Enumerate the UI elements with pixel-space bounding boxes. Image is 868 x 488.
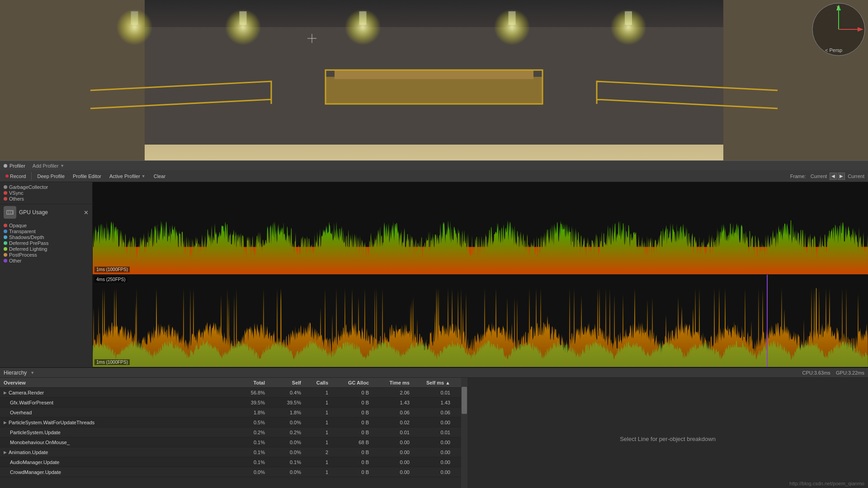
cpu-legend: GarbageCollector VSync Others bbox=[0, 182, 92, 204]
expand-arrow-icon[interactable]: ▶ bbox=[4, 450, 7, 455]
row-gc_alloc: 0 B bbox=[330, 410, 371, 415]
legend-dot-deferred-prepass bbox=[4, 241, 7, 245]
active-profiler-button[interactable]: Active Profiler ▼ bbox=[106, 172, 149, 181]
record-button[interactable]: Record bbox=[2, 172, 29, 181]
gpu-chart-label-bottom: 1ms (1000FPS) bbox=[94, 359, 130, 365]
current-label: Current bbox=[809, 174, 829, 179]
row-time_ms: 0.00 bbox=[371, 450, 411, 455]
gpu-panel-header: GPU Usage ✕ bbox=[0, 204, 92, 221]
profiler-dot bbox=[4, 164, 7, 168]
select-line-text: Select Line for per-object breakdown bbox=[620, 436, 716, 442]
right-info-panel: Select Line for per-object breakdown bbox=[467, 378, 868, 488]
row-name: Gfx.WaitForPresent bbox=[10, 400, 53, 405]
table-row[interactable]: AudioManager.Update0.1%0.1%10 B0.000.00 bbox=[0, 457, 461, 467]
profile-editor-button[interactable]: Profile Editor bbox=[69, 172, 105, 181]
deep-profile-button[interactable]: Deep Profile bbox=[33, 172, 68, 181]
row-total: 0.5% bbox=[231, 420, 267, 425]
expand-arrow-icon[interactable]: ▶ bbox=[4, 420, 7, 425]
add-profiler-arrow[interactable]: ▼ bbox=[60, 164, 64, 168]
table-row[interactable]: Gfx.WaitForPresent39.5%39.5%10 B1.431.43 bbox=[0, 398, 461, 408]
legend-garbagecollector: GarbageCollector bbox=[4, 184, 89, 190]
table-row[interactable]: Monobehaviour.OnMouse_0.1%0.0%168 B0.000… bbox=[0, 437, 461, 447]
row-time_ms: 0.00 bbox=[371, 460, 411, 465]
clear-button[interactable]: Clear bbox=[150, 172, 169, 181]
row-total: 0.1% bbox=[231, 440, 267, 445]
current2-label: Current bbox=[846, 174, 866, 179]
bottom-toolbar: Hierarchy ▼ CPU:3.63ms GPU:3.22ms bbox=[0, 368, 868, 378]
row-self: 0.0% bbox=[267, 469, 303, 475]
row-calls: 1 bbox=[303, 410, 330, 415]
legend-dot-gc bbox=[4, 185, 7, 189]
table-scrollbar[interactable] bbox=[461, 378, 467, 488]
active-profiler-label: Active Profiler bbox=[109, 174, 140, 179]
legend-label-gc: GarbageCollector bbox=[9, 184, 48, 190]
row-self: 0.2% bbox=[267, 430, 303, 435]
row-gc_alloc: 0 B bbox=[330, 420, 371, 425]
profiler-title: Profiler bbox=[9, 163, 25, 169]
gpu-icon bbox=[4, 206, 16, 219]
legend-vsync: VSync bbox=[4, 190, 89, 196]
row-total: 0.1% bbox=[231, 450, 267, 455]
legend-dot-other bbox=[4, 259, 7, 263]
col-header-gc-alloc: GC Alloc bbox=[330, 380, 371, 385]
row-self_ms: 0.00 bbox=[411, 450, 452, 455]
next-frame-button[interactable]: ▶ bbox=[838, 173, 845, 180]
row-self: 0.0% bbox=[267, 440, 303, 445]
table-row[interactable]: ▶ParticleSystem.WaitForUpdateThreads0.5%… bbox=[0, 418, 461, 427]
legend-postprocess: PostProcess bbox=[4, 252, 89, 258]
row-name: AudioManager.Update bbox=[10, 460, 59, 465]
cpu-chart-label: 1ms (1000FPS) bbox=[94, 267, 130, 272]
gpu-usage-title: GPU Usage bbox=[19, 209, 48, 216]
legend-label-shadows: Shadows/Depth bbox=[9, 235, 44, 240]
col-header-self-ms: Self ms ▲ bbox=[411, 380, 452, 385]
legend-label-other: Other bbox=[9, 258, 22, 263]
row-self: 0.0% bbox=[267, 420, 303, 425]
row-gc_alloc: 0 B bbox=[330, 450, 371, 455]
legend-shadows: Shadows/Depth bbox=[4, 235, 89, 240]
col-header-total: Total bbox=[231, 380, 267, 385]
gpu-chart-label-top: 4ms (250FPS) bbox=[94, 277, 127, 282]
row-self: 0.0% bbox=[267, 450, 303, 455]
row-name: Camera.Render bbox=[9, 390, 44, 395]
row-total: 0.2% bbox=[231, 430, 267, 435]
col-header-calls: Calls bbox=[303, 380, 330, 385]
table-row[interactable]: ▶Camera.Render56.8%0.4%10 B2.060.01 bbox=[0, 388, 461, 398]
row-calls: 1 bbox=[303, 469, 330, 475]
table-row[interactable]: ▶Animation.Update0.1%0.0%20 B0.000.00 bbox=[0, 447, 461, 457]
gpu-panel-close-button[interactable]: ✕ bbox=[84, 209, 89, 216]
row-self_ms: 0.00 bbox=[411, 440, 452, 445]
prev-frame-button[interactable]: ◀ bbox=[830, 173, 837, 180]
row-self_ms: 0.06 bbox=[411, 410, 452, 415]
hierarchy-arrow[interactable]: ▼ bbox=[30, 371, 34, 375]
gpu-stat: GPU:3.22ms bbox=[836, 370, 864, 375]
table-row[interactable]: CrowdManager.Update0.0%0.0%10 B0.000.00 bbox=[0, 467, 461, 477]
row-total: 1.8% bbox=[231, 410, 267, 415]
legend-dot-others bbox=[4, 197, 7, 201]
row-self_ms: 0.01 bbox=[411, 390, 452, 395]
record-dot bbox=[5, 174, 9, 178]
row-self_ms: 0.00 bbox=[411, 420, 452, 425]
legend-label-transparent: Transparent bbox=[9, 229, 36, 234]
legend-dot-transparent bbox=[4, 230, 7, 233]
svg-rect-3 bbox=[11, 211, 12, 214]
row-self_ms: 0.01 bbox=[411, 430, 452, 435]
scrollbar-thumb[interactable] bbox=[462, 387, 467, 414]
table-row[interactable]: ParticleSystem.Update0.2%0.2%10 B0.010.0… bbox=[0, 427, 461, 437]
table-row[interactable]: Overhead1.8%1.8%10 B0.060.06 bbox=[0, 408, 461, 418]
row-calls: 1 bbox=[303, 400, 330, 405]
bottom-stats: CPU:3.63ms GPU:3.22ms bbox=[802, 370, 864, 375]
cpu-chart-canvas bbox=[93, 182, 868, 275]
row-self: 1.8% bbox=[267, 410, 303, 415]
row-time_ms: 0.00 bbox=[371, 469, 411, 475]
legend-label-deferred-lighting: Deferred Lighting bbox=[9, 246, 47, 252]
row-calls: 1 bbox=[303, 430, 330, 435]
row-total: 0.1% bbox=[231, 460, 267, 465]
table-area: Overview Total Self Calls GC Alloc Time … bbox=[0, 378, 868, 488]
add-profiler-btn[interactable]: Add Profiler bbox=[33, 163, 58, 169]
right-charts: 1ms (1000FPS) 4ms (250FPS) 1ms (1000FPS) bbox=[93, 182, 868, 367]
row-time_ms: 1.43 bbox=[371, 400, 411, 405]
table-body: ▶Camera.Render56.8%0.4%10 B2.060.01Gfx.W… bbox=[0, 388, 461, 477]
expand-arrow-icon[interactable]: ▶ bbox=[4, 390, 7, 395]
row-name: CrowdManager.Update bbox=[10, 469, 61, 475]
hierarchy-label: Hierarchy bbox=[4, 370, 27, 376]
